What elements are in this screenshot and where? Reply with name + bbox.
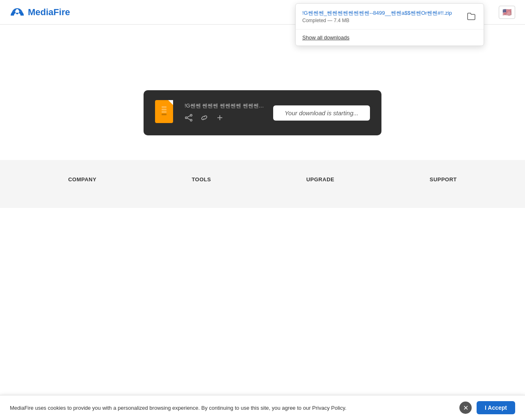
svg-line-8: [187, 118, 190, 120]
cookie-bar: MediaFire uses cookies to provide you wi…: [0, 395, 525, 420]
footer-company-heading: COMPANY: [68, 176, 96, 183]
cookie-accept-button[interactable]: I Accept: [477, 401, 515, 414]
footer-tools-heading: TOOLS: [192, 176, 211, 183]
file-details: !G쎈쎈 쎈쎈쎈 쎈쎈쎈쎈 쎈쎈쎈쎈--8499__ 쎈쎈...: [185, 102, 265, 124]
svg-point-6: [190, 119, 192, 121]
download-status: Completed — 7.4 MB: [302, 18, 466, 23]
footer-col-tools: TOOLS: [192, 176, 211, 187]
svg-rect-1: [162, 109, 167, 110]
footer-col-upgrade: UPGRADE: [306, 176, 335, 187]
card-actions: [185, 114, 265, 124]
download-dropdown: !G쎈쎈쎈_쎈쎈쎈쎈쎈쎈쎈쎈--8499__쎈쎈a$$쎈쎈Or쎈쎈#!!.zip…: [295, 3, 484, 46]
footer-support-heading: SUPPORT: [429, 176, 457, 183]
card-filename: !G쎈쎈 쎈쎈쎈 쎈쎈쎈쎈 쎈쎈쎈쎈--8499__ 쎈쎈...: [185, 102, 265, 110]
svg-point-5: [185, 116, 187, 118]
flag-icon: 🇺🇸: [502, 8, 511, 17]
download-filename: !G쎈쎈쎈_쎈쎈쎈쎈쎈쎈쎈쎈--8499__쎈쎈a$$쎈쎈Or쎈쎈#!!.zip: [302, 9, 466, 17]
footer-upgrade-heading: UPGRADE: [306, 176, 335, 183]
link-icon[interactable]: [200, 114, 208, 124]
file-icon-body: [155, 100, 173, 123]
logo-link[interactable]: MediaFire: [10, 7, 70, 18]
download-info: !G쎈쎈쎈_쎈쎈쎈쎈쎈쎈쎈쎈--8499__쎈쎈a$$쎈쎈Or쎈쎈#!!.zip…: [302, 9, 466, 23]
open-folder-button[interactable]: [466, 11, 477, 22]
cookie-message: MediaFire uses cookies to provide you wi…: [10, 405, 347, 411]
footer-col-support: SUPPORT: [429, 176, 457, 187]
footer: COMPANY TOOLS UPGRADE SUPPORT: [0, 160, 525, 208]
footer-columns: COMPANY TOOLS UPGRADE SUPPORT: [25, 176, 500, 187]
file-fold: [168, 100, 173, 105]
language-button[interactable]: 🇺🇸: [499, 6, 515, 19]
add-icon[interactable]: [216, 114, 224, 124]
cookie-text: MediaFire uses cookies to provide you wi…: [10, 405, 451, 411]
folder-icon: [467, 12, 476, 21]
svg-rect-2: [162, 111, 167, 113]
mediafire-logo-icon: [10, 7, 25, 18]
file-icon: [155, 100, 176, 126]
share-icon[interactable]: [185, 114, 193, 124]
footer-col-company: COMPANY: [68, 176, 96, 187]
svg-rect-3: [162, 114, 167, 115]
download-item: !G쎈쎈쎈_쎈쎈쎈쎈쎈쎈쎈쎈--8499__쎈쎈a$$쎈쎈Or쎈쎈#!!.zip…: [296, 4, 484, 30]
zip-decoration: [158, 105, 170, 119]
header: MediaFire 🇺🇸 !G쎈쎈쎈_쎈쎈쎈쎈쎈쎈쎈쎈--8499__쎈쎈a$$…: [0, 0, 525, 25]
download-starting-button[interactable]: Your download is starting...: [273, 105, 370, 121]
download-card: !G쎈쎈 쎈쎈쎈 쎈쎈쎈쎈 쎈쎈쎈쎈--8499__ 쎈쎈...: [144, 90, 381, 135]
svg-point-4: [190, 114, 192, 116]
show-all-downloads-button[interactable]: Show all downloads: [296, 30, 484, 46]
header-right: 🇺🇸 !G쎈쎈쎈_쎈쎈쎈쎈쎈쎈쎈쎈--8499__쎈쎈a$$쎈쎈Or쎈쎈#!!.…: [499, 6, 515, 19]
cookie-buttons: ✕ I Accept: [459, 401, 515, 414]
cookie-close-button[interactable]: ✕: [459, 402, 472, 414]
svg-rect-0: [162, 106, 167, 108]
file-icon-wrap: [155, 100, 176, 126]
logo-text: MediaFire: [28, 7, 70, 18]
svg-line-7: [187, 116, 190, 117]
